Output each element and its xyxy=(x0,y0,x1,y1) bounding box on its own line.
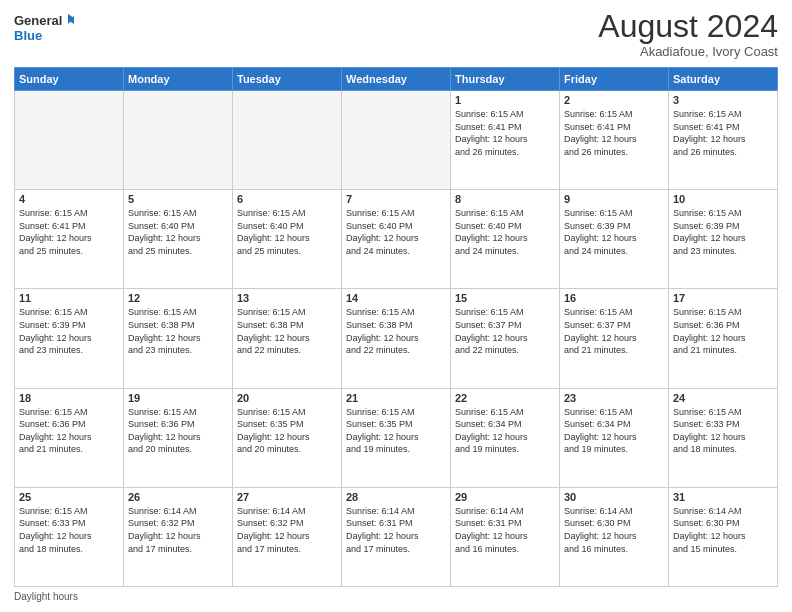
day-info: Sunrise: 6:15 AM Sunset: 6:38 PM Dayligh… xyxy=(128,306,228,356)
day-cell: 5Sunrise: 6:15 AM Sunset: 6:40 PM Daylig… xyxy=(124,190,233,289)
day-cell: 30Sunrise: 6:14 AM Sunset: 6:30 PM Dayli… xyxy=(560,487,669,586)
day-info: Sunrise: 6:15 AM Sunset: 6:40 PM Dayligh… xyxy=(128,207,228,257)
day-info: Sunrise: 6:15 AM Sunset: 6:39 PM Dayligh… xyxy=(564,207,664,257)
day-number: 2 xyxy=(564,94,664,106)
day-cell: 29Sunrise: 6:14 AM Sunset: 6:31 PM Dayli… xyxy=(451,487,560,586)
day-info: Sunrise: 6:15 AM Sunset: 6:36 PM Dayligh… xyxy=(19,406,119,456)
day-cell: 15Sunrise: 6:15 AM Sunset: 6:37 PM Dayli… xyxy=(451,289,560,388)
day-info: Sunrise: 6:14 AM Sunset: 6:31 PM Dayligh… xyxy=(346,505,446,555)
day-number: 10 xyxy=(673,193,773,205)
footer-note: Daylight hours xyxy=(14,591,778,602)
day-info: Sunrise: 6:14 AM Sunset: 6:32 PM Dayligh… xyxy=(128,505,228,555)
weekday-header-friday: Friday xyxy=(560,68,669,91)
logo-svg: General Blue xyxy=(14,10,74,46)
day-cell: 21Sunrise: 6:15 AM Sunset: 6:35 PM Dayli… xyxy=(342,388,451,487)
day-info: Sunrise: 6:15 AM Sunset: 6:40 PM Dayligh… xyxy=(455,207,555,257)
day-info: Sunrise: 6:15 AM Sunset: 6:41 PM Dayligh… xyxy=(673,108,773,158)
day-cell: 23Sunrise: 6:15 AM Sunset: 6:34 PM Dayli… xyxy=(560,388,669,487)
day-cell: 28Sunrise: 6:14 AM Sunset: 6:31 PM Dayli… xyxy=(342,487,451,586)
header: General Blue August 2024 Akadiafoue, Ivo… xyxy=(14,10,778,59)
day-info: Sunrise: 6:14 AM Sunset: 6:30 PM Dayligh… xyxy=(673,505,773,555)
weekday-header-tuesday: Tuesday xyxy=(233,68,342,91)
day-info: Sunrise: 6:15 AM Sunset: 6:39 PM Dayligh… xyxy=(673,207,773,257)
day-number: 3 xyxy=(673,94,773,106)
svg-text:Blue: Blue xyxy=(14,28,42,43)
day-info: Sunrise: 6:15 AM Sunset: 6:36 PM Dayligh… xyxy=(128,406,228,456)
week-row-3: 11Sunrise: 6:15 AM Sunset: 6:39 PM Dayli… xyxy=(15,289,778,388)
day-number: 25 xyxy=(19,491,119,503)
day-cell: 20Sunrise: 6:15 AM Sunset: 6:35 PM Dayli… xyxy=(233,388,342,487)
day-info: Sunrise: 6:15 AM Sunset: 6:41 PM Dayligh… xyxy=(455,108,555,158)
day-info: Sunrise: 6:15 AM Sunset: 6:40 PM Dayligh… xyxy=(346,207,446,257)
day-info: Sunrise: 6:15 AM Sunset: 6:41 PM Dayligh… xyxy=(564,108,664,158)
day-cell: 8Sunrise: 6:15 AM Sunset: 6:40 PM Daylig… xyxy=(451,190,560,289)
logo: General Blue xyxy=(14,10,74,46)
day-cell xyxy=(15,91,124,190)
day-number: 18 xyxy=(19,392,119,404)
day-cell: 17Sunrise: 6:15 AM Sunset: 6:36 PM Dayli… xyxy=(669,289,778,388)
page: General Blue August 2024 Akadiafoue, Ivo… xyxy=(0,0,792,612)
day-number: 14 xyxy=(346,292,446,304)
day-info: Sunrise: 6:15 AM Sunset: 6:34 PM Dayligh… xyxy=(564,406,664,456)
day-cell: 12Sunrise: 6:15 AM Sunset: 6:38 PM Dayli… xyxy=(124,289,233,388)
day-cell: 13Sunrise: 6:15 AM Sunset: 6:38 PM Dayli… xyxy=(233,289,342,388)
day-info: Sunrise: 6:15 AM Sunset: 6:33 PM Dayligh… xyxy=(19,505,119,555)
day-info: Sunrise: 6:15 AM Sunset: 6:37 PM Dayligh… xyxy=(455,306,555,356)
day-cell: 7Sunrise: 6:15 AM Sunset: 6:40 PM Daylig… xyxy=(342,190,451,289)
day-cell: 27Sunrise: 6:14 AM Sunset: 6:32 PM Dayli… xyxy=(233,487,342,586)
day-cell: 1Sunrise: 6:15 AM Sunset: 6:41 PM Daylig… xyxy=(451,91,560,190)
weekday-header-saturday: Saturday xyxy=(669,68,778,91)
day-number: 16 xyxy=(564,292,664,304)
day-cell: 10Sunrise: 6:15 AM Sunset: 6:39 PM Dayli… xyxy=(669,190,778,289)
title-block: August 2024 Akadiafoue, Ivory Coast xyxy=(598,10,778,59)
day-cell xyxy=(342,91,451,190)
day-number: 8 xyxy=(455,193,555,205)
day-number: 21 xyxy=(346,392,446,404)
week-row-2: 4Sunrise: 6:15 AM Sunset: 6:41 PM Daylig… xyxy=(15,190,778,289)
day-info: Sunrise: 6:14 AM Sunset: 6:31 PM Dayligh… xyxy=(455,505,555,555)
month-title: August 2024 xyxy=(598,10,778,42)
weekday-header-wednesday: Wednesday xyxy=(342,68,451,91)
day-number: 12 xyxy=(128,292,228,304)
day-info: Sunrise: 6:15 AM Sunset: 6:41 PM Dayligh… xyxy=(19,207,119,257)
weekday-header-row: SundayMondayTuesdayWednesdayThursdayFrid… xyxy=(15,68,778,91)
day-number: 24 xyxy=(673,392,773,404)
day-cell xyxy=(233,91,342,190)
day-cell: 19Sunrise: 6:15 AM Sunset: 6:36 PM Dayli… xyxy=(124,388,233,487)
day-number: 19 xyxy=(128,392,228,404)
day-number: 9 xyxy=(564,193,664,205)
day-info: Sunrise: 6:15 AM Sunset: 6:38 PM Dayligh… xyxy=(346,306,446,356)
day-info: Sunrise: 6:15 AM Sunset: 6:38 PM Dayligh… xyxy=(237,306,337,356)
day-info: Sunrise: 6:15 AM Sunset: 6:34 PM Dayligh… xyxy=(455,406,555,456)
week-row-1: 1Sunrise: 6:15 AM Sunset: 6:41 PM Daylig… xyxy=(15,91,778,190)
day-cell: 2Sunrise: 6:15 AM Sunset: 6:41 PM Daylig… xyxy=(560,91,669,190)
weekday-header-monday: Monday xyxy=(124,68,233,91)
location: Akadiafoue, Ivory Coast xyxy=(598,44,778,59)
week-row-4: 18Sunrise: 6:15 AM Sunset: 6:36 PM Dayli… xyxy=(15,388,778,487)
weekday-header-thursday: Thursday xyxy=(451,68,560,91)
day-cell: 25Sunrise: 6:15 AM Sunset: 6:33 PM Dayli… xyxy=(15,487,124,586)
day-number: 11 xyxy=(19,292,119,304)
day-cell: 16Sunrise: 6:15 AM Sunset: 6:37 PM Dayli… xyxy=(560,289,669,388)
day-number: 22 xyxy=(455,392,555,404)
week-row-5: 25Sunrise: 6:15 AM Sunset: 6:33 PM Dayli… xyxy=(15,487,778,586)
day-cell: 3Sunrise: 6:15 AM Sunset: 6:41 PM Daylig… xyxy=(669,91,778,190)
weekday-header-sunday: Sunday xyxy=(15,68,124,91)
day-number: 28 xyxy=(346,491,446,503)
day-info: Sunrise: 6:15 AM Sunset: 6:35 PM Dayligh… xyxy=(237,406,337,456)
day-number: 7 xyxy=(346,193,446,205)
day-number: 17 xyxy=(673,292,773,304)
day-info: Sunrise: 6:15 AM Sunset: 6:37 PM Dayligh… xyxy=(564,306,664,356)
day-info: Sunrise: 6:15 AM Sunset: 6:35 PM Dayligh… xyxy=(346,406,446,456)
day-number: 31 xyxy=(673,491,773,503)
day-cell: 6Sunrise: 6:15 AM Sunset: 6:40 PM Daylig… xyxy=(233,190,342,289)
calendar-table: SundayMondayTuesdayWednesdayThursdayFrid… xyxy=(14,67,778,587)
day-number: 4 xyxy=(19,193,119,205)
day-number: 15 xyxy=(455,292,555,304)
day-number: 26 xyxy=(128,491,228,503)
day-info: Sunrise: 6:15 AM Sunset: 6:40 PM Dayligh… xyxy=(237,207,337,257)
day-number: 5 xyxy=(128,193,228,205)
day-cell: 14Sunrise: 6:15 AM Sunset: 6:38 PM Dayli… xyxy=(342,289,451,388)
day-cell: 26Sunrise: 6:14 AM Sunset: 6:32 PM Dayli… xyxy=(124,487,233,586)
day-number: 29 xyxy=(455,491,555,503)
